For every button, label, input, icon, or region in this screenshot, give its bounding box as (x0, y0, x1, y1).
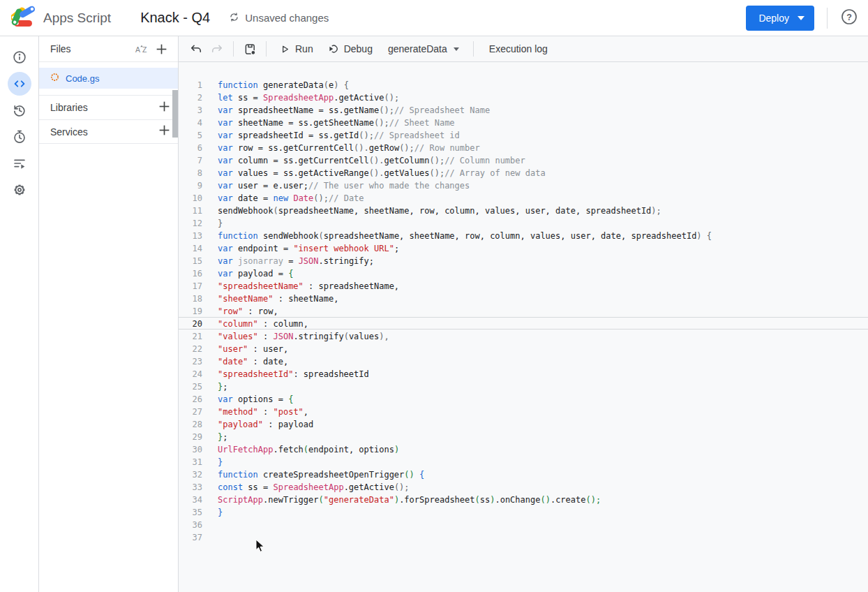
svg-text:?: ? (846, 12, 852, 22)
apps-script-logo-icon (11, 5, 36, 31)
file-item-code-gs[interactable]: Code.gs (39, 68, 178, 89)
debug-button[interactable]: Debug (320, 38, 380, 59)
libraries-section[interactable]: Libraries (39, 95, 178, 119)
add-file-icon[interactable] (151, 39, 171, 59)
deploy-button-label: Deploy (758, 13, 789, 24)
debug-icon (327, 43, 340, 55)
toolbar-divider (473, 41, 474, 57)
deploy-button[interactable]: Deploy (746, 6, 814, 31)
save-project-icon[interactable] (239, 38, 260, 59)
function-selector[interactable]: generateData (380, 38, 467, 59)
sidebar-item-overview[interactable] (0, 45, 39, 70)
header-divider (827, 8, 828, 29)
libraries-label: Libraries (50, 102, 158, 113)
sidebar-item-editor[interactable] (0, 71, 39, 96)
toolbar-divider (266, 41, 267, 57)
add-library-icon[interactable] (158, 100, 171, 116)
save-status: Unsaved changes (228, 11, 329, 25)
chevron-down-icon (454, 47, 459, 51)
redo-icon[interactable] (207, 38, 227, 59)
sync-icon (228, 11, 240, 25)
apps-script-ide: Apps Script Knack - Q4 Unsaved changes D… (0, 0, 868, 592)
app-name: Apps Script (43, 10, 111, 26)
files-panel: Files A Z Code.gs Libraries (39, 36, 179, 592)
sidebar-item-triggers[interactable] (0, 124, 39, 149)
debug-button-label: Debug (344, 43, 373, 54)
sort-files-icon[interactable]: A Z (132, 39, 151, 59)
run-button[interactable]: Run (272, 38, 320, 59)
sidebar-item-project-settings[interactable] (0, 177, 39, 202)
add-service-icon[interactable] (158, 124, 171, 140)
run-button-label: Run (295, 43, 313, 54)
deploy-caret-icon (798, 16, 805, 20)
code-editor[interactable]: 1234567891011121314151617181920212223242… (179, 62, 868, 592)
play-icon (279, 43, 291, 55)
undo-icon[interactable] (186, 38, 207, 59)
editor-toolbar: Run Debug generateData Execution log (179, 36, 868, 62)
project-title[interactable]: Knack - Q4 (140, 10, 210, 26)
help-icon[interactable]: ? (840, 8, 858, 29)
files-panel-scrollbar[interactable] (172, 90, 178, 138)
sidebar-item-executions[interactable] (0, 151, 39, 176)
execution-log-button[interactable]: Execution log (479, 43, 558, 54)
toolbar-divider (233, 41, 234, 57)
sidebar-item-project-history[interactable] (0, 98, 39, 123)
services-section[interactable]: Services (39, 119, 178, 144)
gs-file-icon (50, 72, 59, 84)
svg-text:A: A (135, 45, 140, 54)
top-header: Apps Script Knack - Q4 Unsaved changes D… (0, 0, 868, 36)
code-lines[interactable]: function generateData(e) {let ss = Sprea… (218, 79, 868, 544)
code-icon (12, 76, 27, 91)
execution-log-label: Execution log (489, 43, 548, 54)
left-rail (0, 36, 39, 592)
editor-area: Run Debug generateData Execution log 123… (179, 36, 868, 592)
function-selector-value: generateData (388, 43, 447, 54)
save-status-label: Unsaved changes (245, 12, 329, 24)
files-header: Files A Z (39, 36, 178, 62)
files-title: Files (50, 43, 132, 54)
services-label: Services (50, 126, 158, 138)
line-numbers: 1234567891011121314151617181920212223242… (179, 79, 202, 544)
file-name: Code.gs (66, 73, 99, 84)
svg-text:Z: Z (142, 45, 147, 54)
